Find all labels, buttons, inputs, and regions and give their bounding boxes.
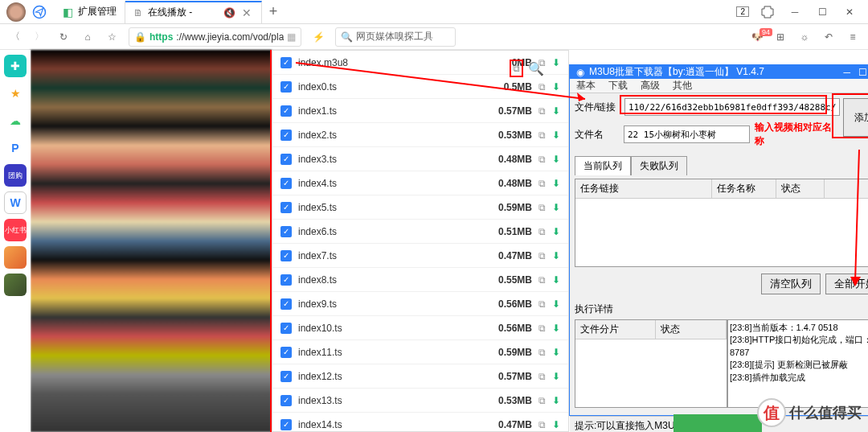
theme-icon[interactable]: ☼ — [797, 30, 812, 44]
close-icon[interactable]: ✕ — [841, 3, 858, 21]
menu-advanced[interactable]: 高级 — [641, 79, 660, 93]
apps-icon[interactable]: ⊞ — [773, 30, 788, 44]
download-icon[interactable]: ⬇ — [552, 419, 560, 430]
url-input[interactable]: 🔒 https ://www.jieyia.com/vod/pla ▦ — [129, 27, 301, 47]
sidebar-app-1[interactable]: ✚ — [4, 55, 27, 77]
copy-icon[interactable]: ⧉ — [538, 105, 546, 117]
forward-icon[interactable]: 〉 — [32, 30, 47, 44]
copy-icon[interactable]: ⧉ — [538, 323, 546, 334]
sidebar-app-3[interactable]: ☁ — [4, 109, 27, 132]
copy-icon[interactable]: ⧉ — [538, 130, 546, 141]
download-icon[interactable]: ⬇ — [552, 323, 560, 334]
download-icon[interactable]: ⬇ — [552, 81, 560, 93]
extension-icon[interactable] — [759, 3, 776, 21]
download-icon[interactable]: ⬇ — [552, 298, 560, 310]
paper-plane-icon[interactable] — [32, 5, 47, 19]
task-grid[interactable]: 任务链接 任务名称 状态 — [575, 179, 868, 267]
checkbox-icon[interactable]: ✓ — [280, 347, 292, 358]
reload-icon[interactable]: ↻ — [56, 30, 71, 44]
sidebar-app-6[interactable]: W — [4, 191, 27, 214]
tab-failed-queue[interactable]: 失败队列 — [631, 156, 687, 175]
copy-icon[interactable]: ⧉ — [538, 274, 546, 286]
search-icon[interactable]: 🔍 — [528, 61, 544, 76]
filename-input[interactable] — [624, 125, 750, 143]
download-icon[interactable]: ⬇ — [552, 226, 560, 237]
copy-icon[interactable]: ⧉ — [538, 395, 546, 406]
checkbox-icon[interactable]: ✓ — [280, 226, 292, 237]
tab-extensions[interactable]: ◧ 扩展管理 — [55, 1, 125, 23]
file-row[interactable]: ✓index13.ts0.53MB⧉⬇ — [272, 389, 568, 413]
file-row[interactable]: ✓index11.ts0.59MB⧉⬇ — [272, 340, 568, 364]
minimize-icon[interactable]: ─ — [843, 67, 850, 78]
checkbox-icon[interactable]: ✓ — [280, 105, 292, 117]
file-row[interactable]: ✓index8.ts0.55MB⧉⬇ — [272, 268, 568, 292]
sidebar-app-8[interactable] — [4, 246, 27, 269]
undo-icon[interactable]: ↶ — [821, 30, 836, 44]
copy-icon[interactable]: ⧉ — [538, 371, 546, 382]
download-icon[interactable]: ⬇ — [552, 347, 560, 358]
copy-icon[interactable]: ⧉ — [538, 419, 546, 430]
file-row[interactable]: ✓index3.ts0.48MB⧉⬇ — [272, 147, 568, 171]
favorite-icon[interactable]: ☆ — [104, 30, 119, 44]
file-row[interactable]: ✓index1.ts0.57MB⧉⬇ — [272, 99, 568, 123]
copy-icon[interactable]: ⧉ — [538, 250, 546, 261]
downloader-titlebar[interactable]: ◉ M3U8批量下载器【by:逍遥一仙】 V1.4.7 ─ ☐ ✕ — [570, 65, 868, 79]
file-row[interactable]: ✓index5.ts0.59MB⧉⬇ — [272, 195, 568, 220]
checkbox-icon[interactable]: ✓ — [280, 154, 292, 165]
checkbox-icon[interactable]: ✓ — [280, 274, 292, 286]
checkbox-icon[interactable]: ✓ — [280, 81, 292, 93]
copy-icon[interactable]: ⧉ — [538, 178, 546, 189]
copy-link-icon[interactable]: ⧉ — [510, 60, 523, 77]
file-row[interactable]: ✓index12.ts0.57MB⧉⬇ — [272, 364, 568, 389]
checkbox-icon[interactable]: ✓ — [280, 202, 292, 213]
download-icon[interactable]: ⬇ — [552, 178, 560, 189]
checkbox-icon[interactable]: ✓ — [280, 395, 292, 406]
menu-icon[interactable]: ≡ — [845, 30, 860, 44]
file-row[interactable]: ✓index7.ts0.47MB⧉⬇ — [272, 244, 568, 268]
menu-basic[interactable]: 基本 — [576, 79, 596, 93]
tab-player[interactable]: 🗎 在线播放 - 🔇 ✕ — [125, 1, 262, 23]
download-icon[interactable]: ⬇ — [552, 395, 560, 406]
new-tab-button[interactable]: + — [262, 3, 285, 20]
checkbox-icon[interactable]: ✓ — [280, 298, 292, 310]
home-icon[interactable]: ⌂ — [80, 30, 95, 44]
tab-count-badge[interactable]: 2 — [736, 6, 749, 17]
sidebar-app-2[interactable]: ★ — [4, 82, 27, 105]
checkbox-icon[interactable]: ✓ — [280, 57, 292, 68]
sidebar-app-5[interactable]: 团购 — [4, 164, 27, 187]
checkbox-icon[interactable]: ✓ — [280, 250, 292, 261]
copy-icon[interactable]: ⧉ — [538, 226, 546, 237]
maximize-icon[interactable]: ☐ — [858, 67, 867, 78]
checkbox-icon[interactable]: ✓ — [280, 178, 292, 189]
download-icon[interactable]: ⬇ — [552, 371, 560, 382]
minimize-icon[interactable]: ─ — [786, 3, 804, 21]
copy-icon[interactable]: ⧉ — [538, 347, 546, 358]
maximize-icon[interactable]: ☐ — [813, 3, 831, 21]
copy-icon[interactable]: ⧉ — [538, 81, 546, 93]
sidebar-app-7[interactable]: 小红书 — [4, 219, 27, 241]
file-row[interactable]: ✓index0.ts0.5MB⧉⬇ — [272, 75, 568, 99]
clear-queue-button[interactable]: 清空队列 — [761, 274, 821, 294]
checkbox-icon[interactable]: ✓ — [280, 371, 292, 382]
file-row[interactable]: ✓index4.ts0.48MB⧉⬇ — [272, 171, 568, 195]
file-row[interactable]: ✓index14.ts0.47MB⧉⬇ — [272, 413, 568, 432]
start-all-button[interactable]: 全部开始 — [825, 274, 868, 294]
menu-download[interactable]: 下载 — [608, 79, 628, 93]
user-avatar[interactable] — [6, 2, 26, 22]
copy-icon[interactable]: ⧉ — [538, 298, 546, 310]
search-input[interactable]: 🔍 网页媒体嗅探工具 — [335, 27, 456, 47]
download-icon[interactable]: ⬇ — [552, 154, 560, 165]
download-icon[interactable]: ⬇ — [552, 57, 560, 68]
copy-icon[interactable]: ⧉ — [538, 202, 546, 213]
checkbox-icon[interactable]: ✓ — [280, 130, 292, 141]
qr-icon[interactable]: ▦ — [287, 31, 296, 43]
download-icon[interactable]: ⬇ — [552, 274, 560, 286]
checkbox-icon[interactable]: ✓ — [280, 419, 292, 430]
bolt-icon[interactable]: ⚡ — [311, 30, 326, 44]
checkbox-icon[interactable]: ✓ — [280, 323, 292, 334]
file-row[interactable]: ✓index6.ts0.51MB⧉⬇ — [272, 220, 568, 244]
back-icon[interactable]: 〈 — [8, 30, 23, 44]
sidebar-app-4[interactable]: P — [4, 137, 27, 159]
close-icon[interactable]: ✕ — [240, 6, 253, 19]
pet-badge-icon[interactable]: 🐶94 — [751, 31, 764, 43]
